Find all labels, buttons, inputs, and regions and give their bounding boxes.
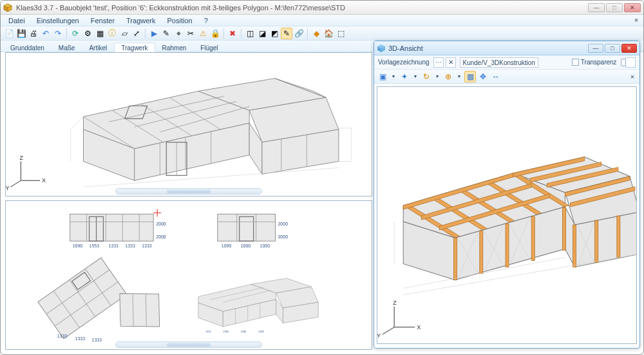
- save-icon[interactable]: 💾: [15, 28, 27, 39]
- rotate-icon-dropdown[interactable]: ▾: [433, 71, 441, 82]
- view-a-icon[interactable]: ◫: [244, 28, 256, 39]
- delete-icon[interactable]: ✖: [227, 28, 238, 39]
- svg-text:X: X: [417, 324, 421, 331]
- viewport-elevations[interactable]: 1090 1553 1333 1333 1333 2000 2000: [5, 200, 372, 350]
- svg-text:2000: 2000: [156, 235, 166, 239]
- axis-icon[interactable]: ✦: [399, 71, 410, 82]
- panel-minimize-button[interactable]: —: [588, 44, 603, 53]
- menu-position[interactable]: Position: [162, 16, 197, 25]
- svg-rect-50: [218, 214, 276, 241]
- print-icon[interactable]: 🖨: [28, 28, 39, 39]
- transparenz-checkbox[interactable]: Transparenz: [572, 59, 617, 66]
- gear-icon[interactable]: ⚙: [82, 28, 93, 39]
- vorlagezeichnung-label: Vorlagezeichnung: [378, 59, 430, 66]
- document-close-icon[interactable]: ×: [632, 16, 641, 25]
- link-icon[interactable]: 🔗: [293, 28, 305, 39]
- tab-flügel[interactable]: Flügel: [193, 43, 225, 52]
- app-cube-icon: [3, 3, 12, 12]
- rotate-icon[interactable]: ↻: [421, 71, 432, 82]
- panel-3d-options: Vorlagezeichnung ⋯ ✕ Kunde/V_3DKonstrukt…: [374, 55, 639, 70]
- panel-3d-title: 3D-Ansicht: [388, 44, 588, 52]
- cube-icon-dropdown[interactable]: ▾: [390, 71, 397, 82]
- vorlage-field[interactable]: Kunde/V_3DKonstruktion: [460, 57, 538, 68]
- vorlage-browse-button[interactable]: ⋯: [433, 57, 444, 68]
- cube-icon[interactable]: ▣: [377, 71, 388, 82]
- lock-icon[interactable]: 🔒: [209, 28, 221, 39]
- svg-text:1333: 1333: [223, 331, 229, 333]
- svg-rect-117: [573, 225, 576, 267]
- menu-datei[interactable]: Datei: [3, 16, 30, 25]
- undo-icon[interactable]: ↶: [40, 28, 52, 39]
- view-c-icon[interactable]: ◩: [269, 28, 280, 39]
- main-titlebar: Klaes3d 3.7 - Bauobjekt 'test', Position…: [1, 1, 643, 15]
- tab-tragwerk[interactable]: Tragwerk: [114, 43, 155, 52]
- panel-close-button[interactable]: ✕: [621, 44, 637, 53]
- render-b-icon[interactable]: 🏠: [323, 28, 334, 39]
- pan-icon[interactable]: ↔: [490, 71, 502, 82]
- toolbar-3d-close-icon[interactable]: ×: [628, 73, 637, 81]
- view-b-icon[interactable]: ◪: [256, 28, 268, 39]
- tab-grunddaten[interactable]: Grunddaten: [3, 43, 52, 52]
- panel-maximize-button[interactable]: □: [605, 44, 620, 53]
- transparenz-slider[interactable]: [621, 61, 621, 64]
- play-icon[interactable]: ▶: [148, 28, 160, 39]
- panel-3d-ansicht: 3D-Ansicht — □ ✕ Vorlagezeichnung ⋯ ✕ Ku…: [374, 41, 640, 349]
- render-c-icon[interactable]: ⬚: [335, 28, 346, 39]
- grid-icon[interactable]: ▱: [118, 28, 130, 39]
- minimize-button[interactable]: —: [588, 3, 605, 12]
- panel-3d-titlebar[interactable]: 3D-Ansicht — □ ✕: [374, 41, 639, 55]
- scrollbar-horizontal[interactable]: [115, 188, 261, 195]
- svg-text:1000: 1000: [260, 244, 270, 248]
- view-icon[interactable]: ▦: [464, 71, 476, 82]
- vorlage-clear-button[interactable]: ✕: [446, 57, 456, 68]
- svg-rect-114: [506, 224, 509, 267]
- svg-line-137: [383, 327, 394, 334]
- svg-text:X: X: [42, 177, 46, 184]
- warn-icon[interactable]: ⚠: [197, 28, 209, 39]
- slider-end-button[interactable]: [625, 57, 636, 68]
- close-button[interactable]: ✕: [624, 3, 641, 12]
- redo-icon[interactable]: ↷: [52, 28, 64, 39]
- scrollbar-horizontal[interactable]: [115, 341, 261, 348]
- orbit-icon[interactable]: ⊕: [442, 71, 454, 82]
- tool-a-icon[interactable]: ✎: [160, 28, 172, 39]
- axis-icon-dropdown[interactable]: ▾: [412, 71, 419, 82]
- menu-einstellungen[interactable]: Einstellungen: [32, 16, 84, 25]
- menu-fenster[interactable]: Fenster: [86, 16, 120, 25]
- refresh-icon[interactable]: ⟳: [70, 28, 81, 39]
- info-icon[interactable]: ⓘ: [106, 28, 118, 39]
- svg-rect-112: [454, 238, 457, 280]
- tab-maße[interactable]: Maße: [52, 43, 82, 52]
- svg-text:1090: 1090: [222, 244, 232, 248]
- svg-text:Y: Y: [377, 332, 381, 339]
- viewport-3d[interactable]: X Z Y: [377, 86, 637, 344]
- svg-text:2000: 2000: [156, 222, 166, 226]
- orbit-icon-dropdown[interactable]: ▾: [455, 71, 463, 82]
- menubar: Datei Einstellungen Fenster Tragwerk Pos…: [1, 15, 643, 26]
- panel-3d-toolbar: ▣▾✦▾↻▾⊕▾▦✥↔×: [374, 70, 639, 84]
- target-icon[interactable]: ✎: [281, 28, 292, 39]
- svg-text:1333: 1333: [57, 334, 68, 338]
- layers-icon[interactable]: ▦: [94, 28, 106, 39]
- tool-c-icon[interactable]: ✂: [185, 28, 196, 39]
- svg-text:Z: Z: [19, 155, 23, 161]
- menu-tragwerk[interactable]: Tragwerk: [121, 16, 160, 25]
- svg-rect-115: [531, 216, 535, 260]
- svg-text:1553: 1553: [205, 331, 211, 333]
- tab-artikel[interactable]: Artikel: [82, 43, 114, 52]
- menu-help[interactable]: ?: [199, 16, 213, 25]
- new-file-icon[interactable]: 📄: [3, 28, 15, 39]
- svg-text:1333: 1333: [75, 336, 86, 341]
- svg-text:1090: 1090: [73, 244, 83, 248]
- render-a-icon[interactable]: ◆: [310, 28, 322, 39]
- move-icon[interactable]: ✥: [477, 71, 489, 82]
- svg-text:1333: 1333: [125, 244, 135, 248]
- scale-icon[interactable]: ⤢: [131, 28, 142, 39]
- viewport-isometric[interactable]: X Z Y: [5, 52, 372, 197]
- tool-b-icon[interactable]: ⌖: [173, 28, 184, 39]
- svg-rect-118: [595, 220, 598, 262]
- svg-text:2000: 2000: [278, 222, 289, 226]
- maximize-button[interactable]: □: [606, 3, 623, 12]
- tab-rahmen[interactable]: Rahmen: [155, 43, 194, 52]
- svg-text:1553: 1553: [90, 244, 100, 248]
